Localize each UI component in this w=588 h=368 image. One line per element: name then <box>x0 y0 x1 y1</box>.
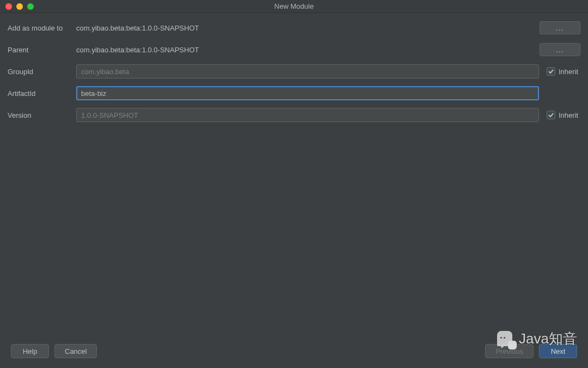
help-button[interactable]: Help <box>11 344 49 358</box>
groupid-inherit-checkbox[interactable] <box>547 67 555 76</box>
window-title: New Module <box>0 2 588 10</box>
row-parent: Parent com.yibao.beta:beta:1.0.0-SNAPSHO… <box>8 43 580 57</box>
check-icon <box>548 68 554 75</box>
row-version: Version Inherit <box>8 108 580 122</box>
previous-button[interactable]: Previous <box>485 344 534 358</box>
version-inherit[interactable]: Inherit <box>547 111 580 119</box>
cancel-button[interactable]: Cancel <box>54 344 97 358</box>
groupid-input[interactable] <box>76 64 539 79</box>
version-inherit-checkbox[interactable] <box>547 111 555 119</box>
label-parent: Parent <box>8 46 76 54</box>
groupid-inherit[interactable]: Inherit <box>547 67 580 76</box>
value-parent: com.yibao.beta:beta:1.0.0-SNAPSHOT <box>76 46 535 54</box>
label-groupid: GroupId <box>8 68 76 76</box>
minimize-window-icon[interactable] <box>16 3 23 10</box>
value-add-as-module: com.yibao.beta:beta:1.0.0-SNAPSHOT <box>76 24 535 32</box>
row-artifactid: ArtifactId <box>8 86 580 100</box>
form-content: Add as module to com.yibao.beta:beta:1.0… <box>0 13 588 342</box>
label-version: Version <box>8 111 76 119</box>
browse-parent-button[interactable]: ... <box>540 43 580 56</box>
label-add-as-module: Add as module to <box>8 24 76 32</box>
window-controls <box>0 3 34 10</box>
version-input[interactable] <box>76 108 539 122</box>
groupid-inherit-label: Inherit <box>559 68 578 76</box>
next-button[interactable]: Next <box>539 344 577 358</box>
label-artifactid: ArtifactId <box>8 89 76 98</box>
version-inherit-label: Inherit <box>559 111 578 119</box>
row-add-as-module: Add as module to com.yibao.beta:beta:1.0… <box>8 21 580 35</box>
browse-module-button[interactable]: ... <box>540 21 580 34</box>
row-groupid: GroupId Inherit <box>8 64 580 79</box>
close-window-icon[interactable] <box>5 3 12 10</box>
footer: Help Cancel Previous Next <box>0 342 588 368</box>
titlebar: New Module <box>0 0 588 13</box>
maximize-window-icon[interactable] <box>27 3 34 10</box>
check-icon <box>548 112 554 118</box>
artifactid-input[interactable] <box>76 86 539 100</box>
